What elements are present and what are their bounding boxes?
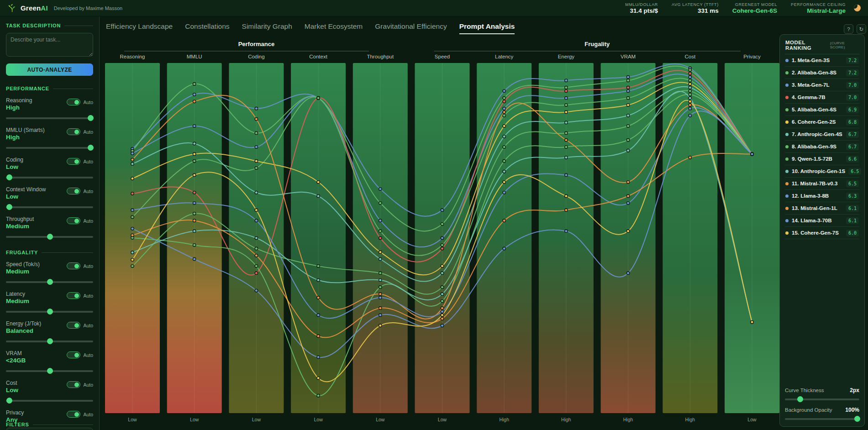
model-point-anthropic-gen-1s-throughput[interactable] xyxy=(379,278,382,281)
vram-auto-toggle[interactable] xyxy=(67,351,80,358)
ranking-row-meta-gen-7l[interactable]: 3. Meta-Gen-7L7.0 xyxy=(785,79,859,91)
vram-slider-thumb[interactable] xyxy=(47,368,53,374)
ranking-row-mistral-7b-v0-3[interactable]: 11. Mistral-7B-v0.36.5 xyxy=(785,178,859,190)
ranking-row-alibaba-gen-9s[interactable]: 8. Alibaba-Gen-9S6.7 xyxy=(785,141,859,153)
cost-slider[interactable] xyxy=(6,398,93,404)
model-point-anthropic-gen-1s-speed[interactable] xyxy=(441,293,443,295)
moon-icon[interactable] xyxy=(854,5,861,11)
model-point-llama-3-70b-coding[interactable] xyxy=(255,289,258,292)
ranking-row-anthropic-gen-4s[interactable]: 7. Anthropic-Gen-4S6.7 xyxy=(785,128,859,141)
model-point-qwen-1-5-72b-energy[interactable] xyxy=(565,146,568,148)
model-point-cohere-gen-7s-cost[interactable] xyxy=(689,100,691,103)
model-point-gemma-7b-throughput[interactable] xyxy=(379,236,382,239)
model-point-mistral-7b-v0-3-throughput[interactable] xyxy=(379,293,382,295)
model-point-cohere-gen-7s-latency[interactable] xyxy=(503,181,505,184)
model-point-anthropic-gen-4s-throughput[interactable] xyxy=(379,257,382,260)
model-point-llama-3-70b-mmlu[interactable] xyxy=(193,257,196,260)
ranking-row-cohere-gen-7s[interactable]: 15. Cohere-Gen-7S6.0 xyxy=(785,227,859,239)
task-description-input[interactable] xyxy=(6,33,93,57)
model-point-qwen-1-5-72b-mmlu[interactable] xyxy=(193,244,196,246)
model-point-alibaba-gen-9s-mmlu[interactable] xyxy=(193,212,196,215)
throughput-auto-toggle[interactable] xyxy=(67,217,80,224)
model-point-anthropic-gen-4s-reasoning[interactable] xyxy=(131,163,134,165)
model-point-llama-3-8b-cost[interactable] xyxy=(689,107,691,110)
model-point-alibaba-gen-9s-vram[interactable] xyxy=(626,125,629,127)
model-point-llama-3-8b-context[interactable] xyxy=(317,314,320,316)
model-point-alibaba-gen-6s-speed[interactable] xyxy=(441,244,443,246)
model-point-alibaba-gen-9s-context[interactable] xyxy=(317,265,320,267)
throughput-slider[interactable] xyxy=(6,234,93,240)
model-point-qwen-1-5-72b-coding[interactable] xyxy=(255,265,258,267)
model-point-alibaba-gen-8s-coding[interactable] xyxy=(255,131,258,134)
model-point-cohere-gen-7s-vram[interactable] xyxy=(626,230,629,232)
model-point-anthropic-gen-1s-reasoning[interactable] xyxy=(131,251,134,254)
curve-thickness-slider[interactable] xyxy=(785,396,859,402)
model-point-cohere-gen-7s-mmlu[interactable] xyxy=(193,173,196,176)
model-point-cohere-gen-2s-energy[interactable] xyxy=(565,110,568,113)
model-point-anthropic-gen-4s-mmlu[interactable] xyxy=(193,142,196,145)
model-point-alibaba-gen-8s-energy[interactable] xyxy=(565,86,568,89)
model-point-llama-3-8b-latency[interactable] xyxy=(503,191,505,194)
context-window-auto-toggle[interactable] xyxy=(67,188,80,194)
model-point-meta-gen-7l-energy[interactable] xyxy=(565,97,568,100)
model-point-alibaba-gen-8s-mmlu[interactable] xyxy=(193,83,196,85)
mmlu-auto-toggle[interactable] xyxy=(67,128,80,135)
ranking-row-anthropic-gen-1s[interactable]: 10. Anthropic-Gen-1S6.5 xyxy=(785,165,859,178)
model-point-meta-gen-3s-vram[interactable] xyxy=(626,75,629,78)
model-point-anthropic-gen-4s-latency[interactable] xyxy=(503,135,505,138)
model-point-llama-3-70b-energy[interactable] xyxy=(565,230,568,232)
model-point-meta-gen-7l-reasoning[interactable] xyxy=(131,152,134,155)
speed-slider-thumb[interactable] xyxy=(47,279,53,285)
mmlu-slider[interactable] xyxy=(6,145,93,151)
coding-slider-thumb[interactable] xyxy=(6,174,12,180)
model-point-anthropic-gen-1s-vram[interactable] xyxy=(626,149,629,152)
throughput-slider-thumb[interactable] xyxy=(47,234,53,240)
model-point-alibaba-gen-6s-latency[interactable] xyxy=(503,114,505,117)
model-point-meta-gen-7l-cost[interactable] xyxy=(689,75,691,78)
speed-auto-toggle[interactable] xyxy=(67,262,80,269)
reasoning-slider[interactable] xyxy=(6,115,93,121)
model-point-cohere-gen-2s-speed[interactable] xyxy=(441,265,443,267)
model-point-alibaba-gen-9s-energy[interactable] xyxy=(565,131,568,134)
model-point-mistral-7b-v0-3-energy[interactable] xyxy=(565,139,568,142)
model-point-anthropic-gen-1s-mmlu[interactable] xyxy=(193,230,196,232)
ranking-row-gemma-7b[interactable]: 4. Gemma-7B7.0 xyxy=(785,91,859,104)
model-point-meta-gen-3s-mmlu[interactable] xyxy=(193,93,196,96)
model-point-anthropic-gen-1s-context[interactable] xyxy=(317,278,320,281)
latency-auto-toggle[interactable] xyxy=(67,292,80,299)
background-opacity-slider[interactable] xyxy=(785,416,859,422)
model-point-qwen-1-5-72b-vram[interactable] xyxy=(626,139,629,142)
model-point-mistral-7b-v0-3-latency[interactable] xyxy=(503,110,505,113)
latency-slider-thumb[interactable] xyxy=(47,309,53,315)
model-point-llama-3-70b-throughput[interactable] xyxy=(379,314,382,316)
model-point-alibaba-gen-9s-cost[interactable] xyxy=(689,89,691,92)
context-window-slider-thumb[interactable] xyxy=(6,204,12,210)
coding-auto-toggle[interactable] xyxy=(67,158,80,165)
energy-slider[interactable] xyxy=(6,338,93,344)
model-point-alibaba-gen-8s-speed[interactable] xyxy=(441,223,443,225)
model-point-alibaba-gen-9s-latency[interactable] xyxy=(503,146,505,148)
model-point-cohere-gen-2s-throughput[interactable] xyxy=(379,251,382,253)
model-point-llama-3-70b-speed[interactable] xyxy=(441,324,443,327)
model-point-llama-3-70b-cost[interactable] xyxy=(689,114,691,117)
model-point-alibaba-gen-8s-throughput[interactable] xyxy=(379,202,382,205)
latency-slider[interactable] xyxy=(6,309,93,315)
model-point-gemma-7b-energy[interactable] xyxy=(565,89,568,92)
reasoning-auto-toggle[interactable] xyxy=(67,99,80,105)
model-point-meta-gen-7l-vram[interactable] xyxy=(626,89,629,92)
ranking-row-llama-3-8b[interactable]: 12. Llama-3-8B6.3 xyxy=(785,190,859,202)
model-point-llama-3-70b-reasoning[interactable] xyxy=(131,227,134,230)
model-point-gemma-7b-cost[interactable] xyxy=(689,72,691,75)
model-point-cohere-gen-7s-throughput[interactable] xyxy=(379,324,382,327)
ranking-row-llama-3-70b[interactable]: 14. Llama-3-70B6.1 xyxy=(785,215,859,227)
cost-slider-thumb[interactable] xyxy=(6,398,12,404)
tab-gravitational-efficiency[interactable]: Gravitational Efficiency xyxy=(375,22,447,34)
model-point-alibaba-gen-6s-vram[interactable] xyxy=(626,97,629,100)
model-point-cohere-gen-2s-coding[interactable] xyxy=(255,160,258,163)
model-point-cohere-gen-7s-context[interactable] xyxy=(317,377,320,379)
model-point-meta-gen-7l-speed[interactable] xyxy=(441,236,443,239)
model-point-gemma-7b-mmlu[interactable] xyxy=(193,191,196,194)
model-point-anthropic-gen-1s-cost[interactable] xyxy=(689,97,691,100)
model-point-alibaba-gen-6s-cost[interactable] xyxy=(689,79,691,82)
tab-constellations[interactable]: Constellations xyxy=(185,22,229,34)
